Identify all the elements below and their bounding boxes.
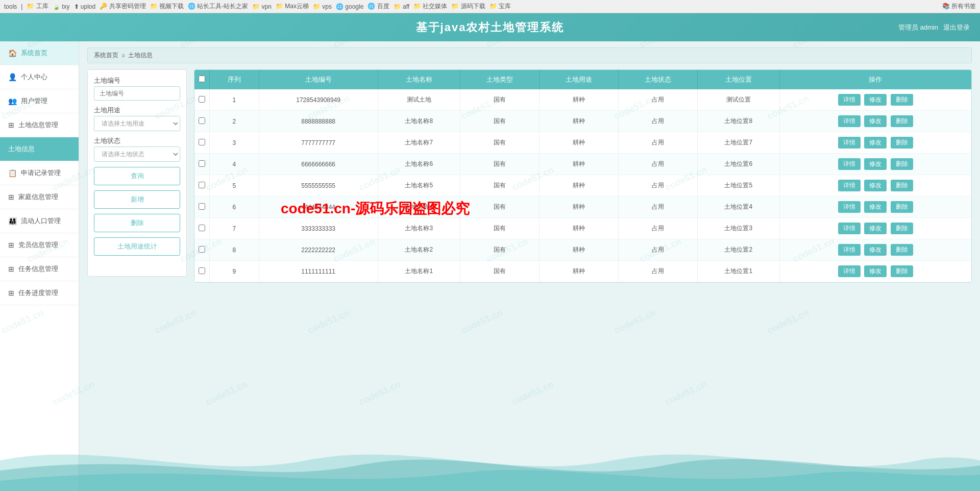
logout-button[interactable]: 退出登录 <box>943 23 970 32</box>
toolbar-aff[interactable]: 📁 aff <box>394 3 409 10</box>
land-table: 序列 土地编号 土地名称 土地类型 土地用途 土地状态 土地位置 操作 <box>194 70 971 282</box>
sidebar-item-family-mgmt[interactable]: ⊞ 家庭信息管理 <box>0 185 79 209</box>
select-all-checkbox[interactable] <box>199 76 205 82</box>
row-checkbox[interactable] <box>194 132 210 154</box>
toolbar-folder1[interactable]: 📁 工库 <box>27 2 48 11</box>
toolbar-vps[interactable]: 📁 vps <box>313 3 332 10</box>
task-progress-icon: ⊞ <box>8 289 14 297</box>
sidebar-item-task-progress[interactable]: ⊞ 任务进度管理 <box>0 281 79 305</box>
edit-button[interactable]: 修改 <box>864 158 887 170</box>
sidebar-item-task-mgmt[interactable]: ⊞ 任务信息管理 <box>0 257 79 281</box>
edit-button[interactable]: 修改 <box>864 94 887 106</box>
row-location: 土地位置3 <box>697 218 779 239</box>
sidebar-item-land-info-mgmt[interactable]: ⊞ 土地信息管理 <box>0 113 79 137</box>
row-checkbox[interactable] <box>194 175 210 197</box>
detail-button[interactable]: 详情 <box>838 223 861 234</box>
detail-button[interactable]: 详情 <box>838 265 861 277</box>
toolbar-tools[interactable]: tools <box>4 3 17 10</box>
edit-button[interactable]: 修改 <box>864 180 887 191</box>
sidebar-label-land-info: 土地信息 <box>8 144 35 154</box>
row-use: 耕种 <box>539 261 618 282</box>
toolbar-baidu[interactable]: 🌐 百度 <box>368 2 389 11</box>
sidebar-item-apply-mgmt[interactable]: 📋 申请记录管理 <box>0 161 79 185</box>
row-name: 土地名称6 <box>378 154 460 175</box>
detail-button[interactable]: 详情 <box>838 180 861 191</box>
toolbar-maxyun[interactable]: 📁 Max云梯 <box>276 2 309 11</box>
row-use: 耕种 <box>539 197 618 218</box>
table-row: 7 3333333333 土地名称3 国有 耕种 占用 土地位置3 详情 修改 … <box>194 218 971 239</box>
breadcrumb-home[interactable]: 系统首页 <box>94 51 118 60</box>
sidebar-label-task-progress: 任务进度管理 <box>18 288 58 298</box>
sidebar-item-land-info[interactable]: 土地信息 <box>0 137 79 161</box>
row-checkbox[interactable] <box>194 239 210 261</box>
row-type: 国有 <box>460 218 539 239</box>
th-name: 土地名称 <box>378 70 460 89</box>
toolbar-baoku[interactable]: 📁 宝库 <box>489 2 511 11</box>
toolbar-google[interactable]: 🌐 google <box>336 3 363 10</box>
query-button[interactable]: 查询 <box>94 167 180 185</box>
delete-button[interactable]: 删除 <box>891 201 913 213</box>
app-title: 基于java农村土地管理系统 <box>416 20 565 35</box>
toolbar-passwords[interactable]: 🔑 共享密码管理 <box>100 2 145 11</box>
row-seq: 3 <box>210 132 259 154</box>
toolbar-txy[interactable]: 🍃 txy <box>53 3 70 10</box>
sidebar-item-user-mgmt[interactable]: 👥 用户管理 <box>0 89 79 113</box>
edit-button[interactable]: 修改 <box>864 223 887 234</box>
sidebar-item-population-mgmt[interactable]: 👨‍👩‍👧 流动人口管理 <box>0 209 79 233</box>
toolbar-vpn[interactable]: 📁 vpn <box>252 3 272 10</box>
row-checkbox[interactable] <box>194 89 210 111</box>
main-layout: 🏠 系统首页 👤 个人中心 👥 用户管理 ⊞ 土地信息管理 土地信息 📋 申请记… <box>0 41 980 491</box>
filter-land-number-input[interactable] <box>94 86 180 101</box>
detail-button[interactable]: 详情 <box>838 137 861 149</box>
batch-delete-button[interactable]: 删除 <box>94 214 180 232</box>
delete-button[interactable]: 删除 <box>891 115 913 127</box>
toolbar-webmaster[interactable]: 🌐 站长工具-站长之家 <box>188 2 248 11</box>
edit-button[interactable]: 修改 <box>864 265 887 277</box>
delete-button[interactable]: 删除 <box>891 265 913 277</box>
delete-button[interactable]: 删除 <box>891 244 913 256</box>
delete-button[interactable]: 删除 <box>891 94 913 106</box>
detail-button[interactable]: 详情 <box>838 94 861 106</box>
detail-button[interactable]: 详情 <box>838 201 861 213</box>
delete-button[interactable]: 删除 <box>891 137 913 149</box>
detail-button[interactable]: 详情 <box>838 158 861 170</box>
delete-button[interactable]: 删除 <box>891 180 913 191</box>
filter-land-status-select[interactable]: 请选择土地状态 占用 <box>94 146 180 162</box>
breadcrumb: 系统首页 ≡ 土地信息 <box>87 47 972 63</box>
new-button[interactable]: 新增 <box>94 190 180 209</box>
row-name: 土地名称8 <box>378 111 460 132</box>
toolbar-social[interactable]: 📁 社交媒体 <box>413 2 447 11</box>
delete-button[interactable]: 删除 <box>891 223 913 234</box>
main-content: 土地编号 土地用途 请选择土地用途 耕种 土地状态 请选择土地状态 占用 <box>87 69 972 283</box>
edit-button[interactable]: 修改 <box>864 201 887 213</box>
row-checkbox[interactable] <box>194 261 210 282</box>
row-checkbox[interactable] <box>194 111 210 132</box>
stats-button[interactable]: 土地用途统计 <box>94 237 180 256</box>
row-checkbox[interactable] <box>194 218 210 239</box>
edit-button[interactable]: 修改 <box>864 244 887 256</box>
row-number: 4444444444 <box>259 197 378 218</box>
toolbar-uplod[interactable]: ⬆ uplod <box>74 3 96 10</box>
land-info-mgmt-icon: ⊞ <box>8 121 14 129</box>
edit-button[interactable]: 修改 <box>864 115 887 127</box>
content-area: 系统首页 ≡ 土地信息 土地编号 土地用途 请选择土地用途 耕种 <box>79 41 980 491</box>
row-checkbox[interactable] <box>194 154 210 175</box>
user-mgmt-icon: 👥 <box>8 97 17 105</box>
detail-button[interactable]: 详情 <box>838 115 861 127</box>
toolbar-video[interactable]: 📁 视频下载 <box>150 2 184 11</box>
sidebar-item-home[interactable]: 🏠 系统首页 <box>0 41 79 65</box>
detail-button[interactable]: 详情 <box>838 244 861 256</box>
toolbar-all-bookmarks[interactable]: 📚 所有书签 <box>942 2 976 11</box>
row-actions: 详情 修改 删除 <box>779 239 971 261</box>
row-use: 耕种 <box>539 239 618 261</box>
row-checkbox[interactable] <box>194 197 210 218</box>
row-name: 土地名称4 <box>378 197 460 218</box>
edit-button[interactable]: 修改 <box>864 137 887 149</box>
toolbar-source[interactable]: 📁 源码下载 <box>451 2 485 11</box>
delete-button[interactable]: 删除 <box>891 158 913 170</box>
sidebar-item-party-mgmt[interactable]: ⊞ 党员信息管理 <box>0 233 79 257</box>
sidebar-item-personal[interactable]: 👤 个人中心 <box>0 65 79 89</box>
filter-land-use-select[interactable]: 请选择土地用途 耕种 <box>94 116 180 131</box>
th-use: 土地用途 <box>539 70 618 89</box>
table-row: 3 7777777777 土地名称7 国有 耕种 占用 土地位置7 详情 修改 … <box>194 132 971 154</box>
